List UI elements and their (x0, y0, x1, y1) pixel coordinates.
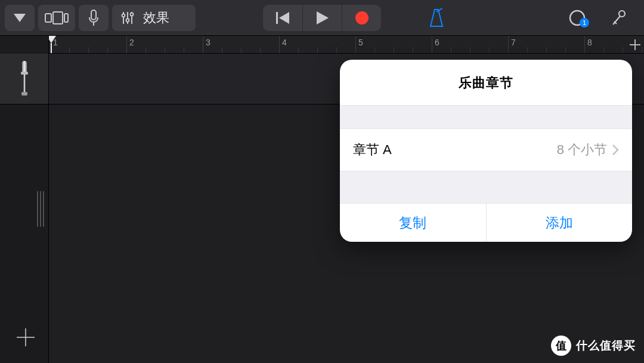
transport-controls (263, 5, 381, 31)
popover-separator (340, 171, 632, 204)
playhead-icon[interactable] (49, 36, 56, 43)
metronome-button[interactable] (423, 5, 450, 31)
timeline-ruler[interactable] (49, 36, 644, 54)
bar-marker (584, 36, 585, 53)
record-button[interactable] (342, 5, 381, 31)
watermark: 值 什么值得买 (551, 336, 636, 356)
bar-marker (126, 36, 127, 53)
loop-browser-button[interactable]: 1 (564, 5, 590, 31)
add-track-button[interactable] (13, 325, 38, 350)
popover-title: 乐曲章节 (340, 60, 632, 105)
svg-rect-21 (21, 92, 27, 96)
microphone-input-button[interactable] (79, 5, 109, 31)
svg-rect-2 (64, 14, 68, 22)
bar-marker (432, 36, 432, 53)
ruler-gutter (0, 36, 49, 54)
chevron-right-icon (612, 144, 619, 156)
svg-point-15 (619, 11, 625, 17)
effects-label: 效果 (143, 9, 169, 27)
loop-badge: 1 (580, 18, 589, 27)
bar-marker (203, 36, 203, 53)
section-row[interactable]: 章节 A 8 个小节 (340, 129, 632, 171)
svg-point-8 (126, 19, 129, 21)
popover-separator (340, 105, 632, 129)
svg-rect-18 (22, 61, 27, 73)
rewind-button[interactable] (263, 5, 302, 31)
section-length: 8 个小节 (557, 141, 607, 159)
duplicate-section-button[interactable]: 复制 (340, 204, 486, 242)
svg-point-10 (131, 13, 134, 16)
navigation-menu-button[interactable] (5, 5, 35, 31)
song-sections-popover: 乐曲章节 章节 A 8 个小节 复制 添加 (340, 60, 632, 242)
resize-handle-icon[interactable] (37, 191, 44, 227)
bar-marker (355, 36, 356, 53)
svg-point-12 (355, 11, 369, 24)
add-section-action-button[interactable]: 添加 (486, 204, 633, 242)
svg-rect-11 (276, 12, 278, 24)
settings-button[interactable] (606, 5, 632, 31)
section-name: 章节 A (353, 141, 392, 159)
svg-rect-3 (91, 10, 96, 20)
svg-rect-1 (53, 12, 63, 24)
watermark-text: 什么值得买 (576, 338, 636, 353)
bar-marker (508, 36, 509, 53)
microphone-icon (18, 61, 30, 97)
play-button[interactable] (302, 5, 342, 31)
main-toolbar: 效果 1 (0, 0, 644, 36)
view-mode-button[interactable] (38, 5, 75, 31)
svg-point-6 (122, 14, 125, 17)
bar-marker (279, 36, 280, 53)
track-header[interactable] (0, 54, 49, 104)
add-section-button[interactable] (629, 39, 641, 51)
svg-rect-20 (23, 74, 25, 93)
svg-rect-0 (45, 14, 51, 22)
watermark-badge: 值 (551, 336, 571, 356)
timeline-ruler-row (0, 36, 644, 54)
effects-button[interactable]: 效果 (112, 5, 196, 31)
popover-actions: 复制 添加 (340, 204, 632, 242)
